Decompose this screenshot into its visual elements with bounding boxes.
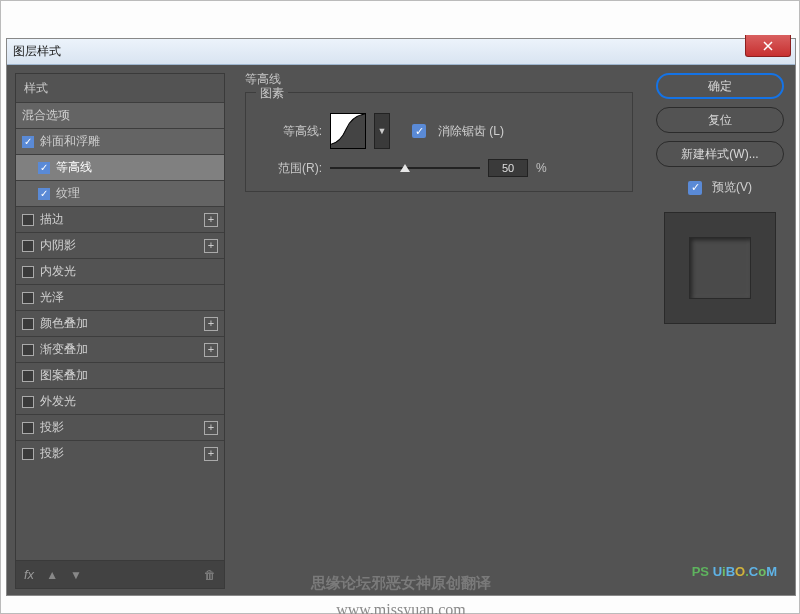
style-item-label: 投影 xyxy=(40,445,64,462)
watermark-logo: PS UiBO.CoM xyxy=(692,564,777,579)
range-unit: % xyxy=(536,161,547,175)
style-item-label: 内发光 xyxy=(40,263,76,280)
styles-footer: fx ▲ ▼ 🗑 xyxy=(15,561,225,589)
checkbox[interactable] xyxy=(22,344,34,356)
style-item-contour[interactable]: ✓ 等高线 xyxy=(16,154,224,180)
add-icon[interactable]: + xyxy=(204,213,218,227)
preview-checkbox[interactable]: ✓ xyxy=(688,181,702,195)
layer-style-dialog: 图层样式 样式 混合选项 ✓ 斜面和浮雕 ✓ xyxy=(7,39,795,595)
checkbox[interactable] xyxy=(22,266,34,278)
preview-label: 预览(V) xyxy=(712,179,752,196)
style-item-label: 等高线 xyxy=(56,159,92,176)
app-frame: 图层样式 样式 混合选项 ✓ 斜面和浮雕 ✓ xyxy=(0,0,800,614)
style-item-label: 描边 xyxy=(40,211,64,228)
preview-toggle[interactable]: ✓ 预览(V) xyxy=(688,179,752,196)
style-item-pattern-overlay[interactable]: 图案叠加 xyxy=(16,362,224,388)
add-icon[interactable]: + xyxy=(204,317,218,331)
style-item-label: 渐变叠加 xyxy=(40,341,88,358)
style-item-satin[interactable]: 光泽 xyxy=(16,284,224,310)
contour-row: 等高线: ▼ ✓ 消除锯齿 (L) xyxy=(258,113,620,149)
dialog-body: 样式 混合选项 ✓ 斜面和浮雕 ✓ 等高线 ✓ 纹理 xyxy=(7,65,795,595)
anti-alias-checkbox[interactable]: ✓ xyxy=(412,124,426,138)
contour-label: 等高线: xyxy=(258,123,322,140)
style-item-texture[interactable]: ✓ 纹理 xyxy=(16,180,224,206)
group-legend: 图素 xyxy=(256,85,288,102)
style-item-color-overlay[interactable]: 颜色叠加 + xyxy=(16,310,224,336)
styles-list: 样式 混合选项 ✓ 斜面和浮雕 ✓ 等高线 ✓ 纹理 xyxy=(15,73,225,561)
style-item-label: 投影 xyxy=(40,419,64,436)
add-icon[interactable]: + xyxy=(204,343,218,357)
style-item-gradient-overlay[interactable]: 渐变叠加 + xyxy=(16,336,224,362)
style-item-label: 纹理 xyxy=(56,185,80,202)
add-icon[interactable]: + xyxy=(204,239,218,253)
watermark-text-2: www.missyuan.com xyxy=(7,601,795,614)
anti-alias-label: 消除锯齿 (L) xyxy=(438,123,504,140)
style-item-drop-shadow-2[interactable]: 投影 + xyxy=(16,440,224,466)
contour-curve-icon xyxy=(331,114,365,148)
panel-title: 等高线 xyxy=(245,71,633,88)
preview-swatch xyxy=(689,237,751,299)
checkbox[interactable] xyxy=(22,448,34,460)
checkbox[interactable] xyxy=(22,396,34,408)
style-item-inner-glow[interactable]: 内发光 xyxy=(16,258,224,284)
checkbox[interactable] xyxy=(22,422,34,434)
range-label: 范围(R): xyxy=(258,160,322,177)
checkbox[interactable] xyxy=(22,240,34,252)
actions-column: 确定 复位 新建样式(W)... ✓ 预览(V) xyxy=(645,65,795,595)
checkbox[interactable]: ✓ xyxy=(22,136,34,148)
styles-column: 样式 混合选项 ✓ 斜面和浮雕 ✓ 等高线 ✓ 纹理 xyxy=(7,65,233,595)
new-style-button[interactable]: 新建样式(W)... xyxy=(656,141,784,167)
arrow-down-icon[interactable]: ▼ xyxy=(70,568,82,582)
style-item-inner-shadow[interactable]: 内阴影 + xyxy=(16,232,224,258)
blending-options-row[interactable]: 混合选项 xyxy=(16,102,224,128)
checkbox[interactable]: ✓ xyxy=(38,188,50,200)
range-row: 范围(R): 50 % xyxy=(258,159,620,177)
blending-options-label: 混合选项 xyxy=(22,107,70,124)
checkbox[interactable] xyxy=(22,318,34,330)
elements-group: 图素 等高线: ▼ ✓ 消除锯齿 (L) xyxy=(245,92,633,192)
style-item-bevel[interactable]: ✓ 斜面和浮雕 xyxy=(16,128,224,154)
titlebar: 图层样式 xyxy=(7,39,795,65)
window-title: 图层样式 xyxy=(13,43,61,60)
checkbox[interactable] xyxy=(22,292,34,304)
slider-thumb-icon[interactable] xyxy=(400,164,410,172)
style-item-label: 外发光 xyxy=(40,393,76,410)
add-icon[interactable]: + xyxy=(204,421,218,435)
arrow-up-icon[interactable]: ▲ xyxy=(46,568,58,582)
contour-dropdown-button[interactable]: ▼ xyxy=(374,113,390,149)
style-item-label: 光泽 xyxy=(40,289,64,306)
style-item-label: 颜色叠加 xyxy=(40,315,88,332)
style-item-label: 斜面和浮雕 xyxy=(40,133,100,150)
close-button[interactable] xyxy=(745,35,791,57)
contour-picker[interactable] xyxy=(330,113,366,149)
range-value-input[interactable]: 50 xyxy=(488,159,528,177)
fx-menu-button[interactable]: fx xyxy=(24,567,34,582)
settings-column: 等高线 图素 等高线: ▼ ✓ 消除 xyxy=(233,65,645,595)
preview-box xyxy=(664,212,776,324)
style-item-stroke[interactable]: 描边 + xyxy=(16,206,224,232)
add-icon[interactable]: + xyxy=(204,447,218,461)
styles-header: 样式 xyxy=(16,74,224,102)
style-item-outer-glow[interactable]: 外发光 xyxy=(16,388,224,414)
close-icon xyxy=(763,41,773,51)
style-item-drop-shadow-1[interactable]: 投影 + xyxy=(16,414,224,440)
checkbox[interactable] xyxy=(22,370,34,382)
checkbox[interactable] xyxy=(22,214,34,226)
range-slider[interactable] xyxy=(330,167,480,169)
style-item-label: 图案叠加 xyxy=(40,367,88,384)
reset-button[interactable]: 复位 xyxy=(656,107,784,133)
ok-button[interactable]: 确定 xyxy=(656,73,784,99)
style-item-label: 内阴影 xyxy=(40,237,76,254)
trash-icon[interactable]: 🗑 xyxy=(204,568,216,582)
checkbox[interactable]: ✓ xyxy=(38,162,50,174)
